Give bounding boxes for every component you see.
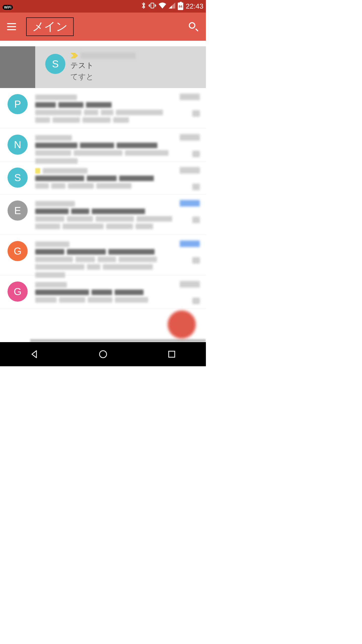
timestamp-redacted	[180, 167, 200, 174]
svg-point-1	[100, 351, 107, 358]
avatar[interactable]: G	[8, 281, 28, 302]
avatar[interactable]: N	[8, 135, 28, 155]
sender-redacted	[80, 52, 136, 59]
star-redacted[interactable]	[192, 298, 200, 304]
compose-fab[interactable]	[168, 310, 196, 339]
wifi-badge-icon: WiFi	[3, 5, 13, 10]
avatar[interactable]: P	[8, 94, 28, 114]
star-redacted[interactable]	[192, 110, 200, 117]
recents-button[interactable]	[166, 349, 177, 360]
bluetooth-icon	[141, 2, 146, 11]
vibrate-icon	[149, 2, 156, 11]
email-row-pinned[interactable]: S テスト てすと	[0, 46, 206, 88]
cell-signal-icon	[169, 3, 175, 10]
folder-title: メイン	[32, 20, 68, 33]
app-bar: メイン	[0, 13, 206, 41]
timestamp-redacted	[180, 240, 200, 247]
importance-marker-icon	[70, 53, 78, 58]
star-redacted[interactable]	[192, 184, 200, 190]
email-row[interactable]: G	[0, 275, 206, 308]
avatar[interactable]: S	[8, 168, 28, 188]
email-row[interactable]: S	[0, 162, 206, 194]
battery-icon: 84	[178, 3, 183, 10]
star-redacted[interactable]	[192, 151, 200, 157]
email-subject: テスト	[70, 60, 200, 71]
avatar[interactable]: G	[8, 241, 28, 261]
system-nav-bar	[0, 342, 206, 366]
timestamp-redacted	[180, 281, 200, 288]
email-row[interactable]: G	[0, 235, 206, 275]
wifi-icon	[159, 3, 166, 10]
back-button[interactable]	[29, 349, 40, 360]
email-row[interactable]: P	[0, 88, 206, 129]
menu-button[interactable]	[7, 23, 16, 30]
search-button[interactable]	[188, 21, 199, 32]
folder-title-box[interactable]: メイン	[26, 17, 74, 36]
email-snippet: てすと	[70, 72, 200, 82]
timestamp-redacted	[180, 134, 200, 141]
avatar[interactable]: E	[8, 200, 28, 221]
svg-rect-2	[169, 351, 175, 357]
clock-text: 22:43	[186, 2, 203, 10]
home-button[interactable]	[98, 349, 109, 360]
svg-rect-0	[151, 3, 154, 8]
email-row[interactable]: N	[0, 129, 206, 162]
timestamp-redacted	[180, 200, 200, 207]
selection-gutter	[0, 46, 35, 88]
timestamp-redacted	[180, 94, 200, 100]
status-bar: WiFi 84 22:43	[0, 0, 206, 13]
avatar[interactable]: S	[45, 54, 65, 74]
star-redacted[interactable]	[192, 257, 200, 264]
email-row[interactable]: E	[0, 194, 206, 235]
star-redacted[interactable]	[192, 217, 200, 223]
